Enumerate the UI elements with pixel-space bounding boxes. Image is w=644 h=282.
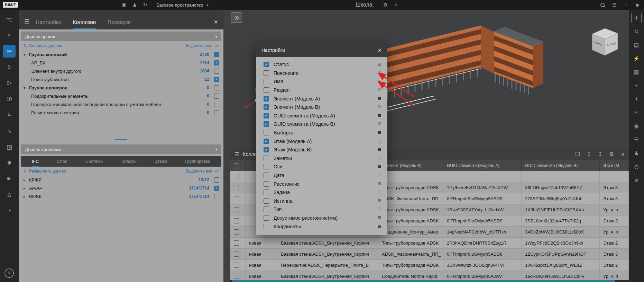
- panel-tab-Настройки[interactable]: Настройки: [36, 19, 61, 29]
- select-all-link[interactable]: Выделить всё ✓✓: [185, 43, 219, 48]
- column-toggle-row[interactable]: ✓Этаж (Модель B)≡: [264, 146, 381, 154]
- views-icon[interactable]: ▤: [631, 40, 642, 50]
- expand-tree-link[interactable]: ⇅ Развернуть дерево: [24, 169, 66, 174]
- search-icon[interactable]: [600, 3, 605, 7]
- checkbox[interactable]: [214, 85, 219, 90]
- column-toggle-row[interactable]: Допустимое расстояние(мм)≡: [264, 214, 381, 222]
- panel-close-icon[interactable]: ×: [214, 18, 218, 29]
- checkbox[interactable]: [234, 252, 239, 257]
- pan-icon[interactable]: ✛: [631, 13, 642, 23]
- checkbox[interactable]: [234, 218, 239, 223]
- column-toggle-row[interactable]: ✓Элемент (Модель B)≡: [264, 103, 381, 112]
- chart-icon[interactable]: ∿: [3, 125, 16, 137]
- effects-icon[interactable]: ⚡: [631, 53, 642, 64]
- collapse-icon[interactable]: ∨: [621, 151, 625, 157]
- checkbox[interactable]: [264, 164, 269, 169]
- share-icon[interactable]: ↗: [394, 2, 398, 8]
- sum-plus-icon[interactable]: Σ+: [3, 77, 16, 89]
- import-icon[interactable]: ↥: [598, 151, 602, 157]
- speed-icon[interactable]: ◴: [631, 161, 642, 172]
- columns-icon[interactable]: ☰: [631, 134, 642, 145]
- visibility-icon[interactable]: ◉: [631, 121, 642, 131]
- checkbox[interactable]: [264, 70, 269, 76]
- column-toggle-row[interactable]: Оси≡: [264, 162, 381, 171]
- drag-handle-icon[interactable]: ≡: [378, 172, 381, 179]
- column-toggle-row[interactable]: Выборка≡: [264, 129, 381, 137]
- column-toggle-row[interactable]: Пояснение≡: [264, 69, 381, 78]
- team-icon[interactable]: ♟: [132, 2, 137, 8]
- drag-handle-icon[interactable]: ≡: [378, 112, 381, 119]
- tree-item[interactable]: Расчет марша лестниц0: [19, 108, 223, 117]
- column-header[interactable]: Этаж (М: [600, 160, 629, 171]
- panel-tab-Проверки[interactable]: Проверки: [108, 19, 131, 29]
- archive-icon[interactable]: ▣: [122, 2, 126, 8]
- tree-item[interactable]: ▾Группа коллизий2730–: [19, 50, 223, 59]
- column-toggle-row[interactable]: Истинна≡: [264, 197, 381, 205]
- column-toggle-row[interactable]: Раздел≡: [264, 86, 381, 95]
- export-icon[interactable]: ↧: [587, 151, 591, 157]
- column-header[interactable]: GUID элемента (Модель A): [443, 160, 522, 171]
- column-header[interactable]: Элемент (Модель B): [378, 160, 443, 171]
- drag-handle-icon[interactable]: ≡: [378, 163, 381, 170]
- checkbox[interactable]: ✓: [214, 60, 219, 65]
- checkbox[interactable]: ✓: [264, 121, 269, 127]
- tree-item[interactable]: Подозрительные элементы0: [19, 92, 223, 100]
- checkbox[interactable]: [234, 174, 239, 179]
- drag-handle-icon[interactable]: ≡: [378, 189, 381, 196]
- checkbox[interactable]: [234, 196, 239, 201]
- tree-item[interactable]: ▸ВК/ВК1714/1714: [19, 192, 223, 201]
- sun-icon[interactable]: ☀: [631, 94, 642, 104]
- help-icon[interactable]: ?: [4, 268, 14, 278]
- drag-handle-icon[interactable]: ≡: [378, 87, 381, 94]
- drag-handle-icon[interactable]: ≡: [378, 70, 381, 77]
- column-toggle-row[interactable]: Тип≡: [264, 205, 381, 214]
- checkbox[interactable]: [264, 206, 269, 212]
- collision-tab-Этажи[interactable]: Этажи: [154, 159, 167, 167]
- user-location-icon[interactable]: ♙: [3, 188, 16, 201]
- column-toggle-row[interactable]: ✓GUID элемента (Модель A)≡: [264, 112, 381, 120]
- tree-item[interactable]: АР_ВК1714✓: [19, 59, 223, 67]
- hierarchy-icon[interactable]: ⌗: [3, 109, 16, 121]
- expander-icon[interactable]: ▾: [24, 86, 29, 90]
- section-icon[interactable]: ✂: [631, 107, 642, 118]
- drag-handle-icon[interactable]: ≡: [378, 78, 381, 85]
- checkbox[interactable]: ✓: [214, 186, 219, 191]
- collision-tab-Системы[interactable]: Системы: [85, 159, 103, 167]
- row-select[interactable]: [230, 182, 246, 193]
- column-toggle-row[interactable]: Координаты≡: [264, 222, 381, 231]
- tree-item[interactable]: Проверка минимальной свободной площади с…: [19, 100, 223, 108]
- drag-handle-icon[interactable]: ≡: [378, 138, 381, 145]
- checkbox[interactable]: [264, 215, 269, 221]
- tree-item[interactable]: Поиск дубликатов12✓: [19, 75, 223, 83]
- capture-view-button[interactable]: ◎: [231, 12, 242, 23]
- drag-handle-icon[interactable]: ≡: [378, 95, 381, 102]
- checkbox[interactable]: [264, 224, 269, 229]
- locate-icon[interactable]: ⌖: [631, 80, 642, 91]
- expander-icon[interactable]: ▸: [24, 178, 29, 182]
- select-all-link[interactable]: Выделить всё ✓✓: [185, 169, 219, 174]
- nav-cube[interactable]: Слева Сзади: [586, 24, 622, 60]
- column-toggle-row[interactable]: Заметки≡: [264, 154, 381, 163]
- row-select[interactable]: [230, 193, 246, 204]
- table-hscrollbar-thumb[interactable]: [232, 280, 615, 282]
- checkbox[interactable]: ✓: [264, 113, 269, 118]
- drag-handle-icon[interactable]: ≡: [378, 180, 381, 187]
- checkbox[interactable]: [264, 190, 269, 195]
- tree-item[interactable]: ▾Группа проверок0: [19, 83, 223, 92]
- checkbox[interactable]: [214, 69, 219, 74]
- checkbox[interactable]: [234, 185, 239, 190]
- checkbox[interactable]: [234, 274, 239, 279]
- sync-icon[interactable]: ↻: [143, 2, 147, 8]
- panel-menu-icon[interactable]: ☰: [24, 18, 36, 29]
- collision-tab-Слои[interactable]: Слои: [57, 159, 67, 167]
- panel-mini-scrollbar[interactable]: [115, 139, 127, 140]
- collapse-tree-link[interactable]: ⇅ Свернуть дерево: [24, 43, 62, 48]
- checkbox[interactable]: [214, 110, 219, 115]
- collision-tab-Группировки[interactable]: Группировки: [185, 159, 210, 167]
- column-toggle-row[interactable]: Задача≡: [264, 188, 381, 197]
- row-select[interactable]: [230, 260, 246, 271]
- floors-icon[interactable]: ▦: [631, 67, 642, 77]
- rules-tree-header[interactable]: Дерево правил ▾: [21, 32, 221, 41]
- settings-gear-icon[interactable]: ⚙: [383, 2, 388, 8]
- row-select[interactable]: [230, 171, 246, 182]
